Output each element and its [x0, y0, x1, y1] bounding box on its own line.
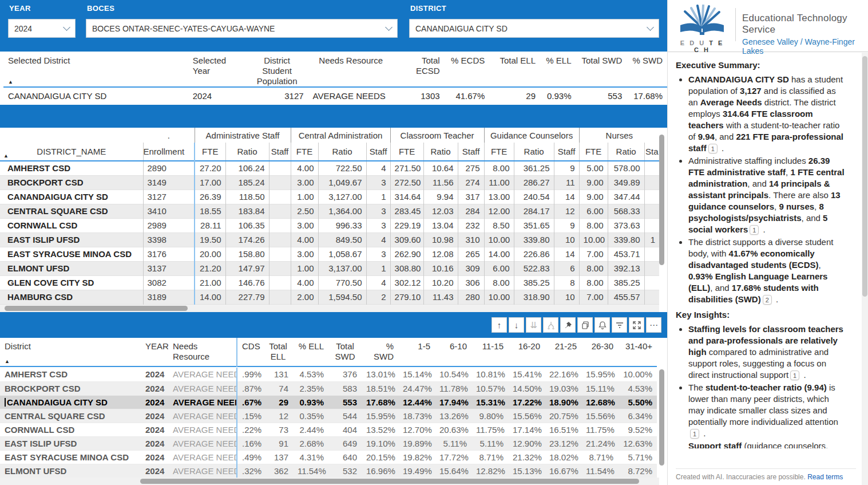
- staffing-cell[interactable]: 272.50: [390, 175, 423, 190]
- district-row[interactable]: CORNWALL CSD2024AVERAGE NEEDS.22%732.44%…: [0, 423, 657, 436]
- district-cell[interactable]: 15.14%: [398, 368, 435, 381]
- staffing-cell[interactable]: 361.25: [514, 161, 554, 175]
- staffing-cell[interactable]: [269, 275, 291, 290]
- district-cell[interactable]: 21.24%: [581, 436, 618, 450]
- staffing-column-header[interactable]: FTE: [484, 143, 514, 161]
- staffing-cell[interactable]: 9.00: [579, 175, 608, 190]
- staffing-column-header[interactable]: FTE: [291, 143, 318, 161]
- staffing-cell[interactable]: 5.00: [579, 161, 608, 175]
- boces-dropdown[interactable]: BOCES ONTAR-SENEC-YATES-CAYUGA-WAYNE: [86, 19, 398, 38]
- district-cell[interactable]: 20.75%: [545, 409, 581, 423]
- staffing-column-header[interactable]: Staff: [458, 143, 484, 161]
- staffing-cell[interactable]: 106.24: [225, 161, 269, 175]
- district-cell[interactable]: 24.47%: [398, 381, 435, 395]
- district-cell[interactable]: 16.51%: [545, 423, 581, 436]
- district-column-header[interactable]: Total SWD: [328, 338, 362, 366]
- district-cell[interactable]: 15.95%: [581, 368, 618, 381]
- staffing-cell[interactable]: 453.71: [608, 247, 644, 261]
- district-cell[interactable]: 16.67%: [545, 464, 581, 478]
- district-cell[interactable]: 5.11%: [471, 436, 508, 450]
- staffing-cell[interactable]: 6.00: [579, 204, 608, 218]
- district-cell[interactable]: 6.34%: [618, 409, 657, 423]
- district-column-header[interactable]: % ELL: [293, 338, 328, 366]
- staffing-cell[interactable]: 8.00: [484, 275, 514, 290]
- staffing-cell[interactable]: 1: [644, 232, 659, 247]
- staffing-cell[interactable]: 271.50: [390, 161, 423, 175]
- citation-chip[interactable]: 1: [690, 429, 699, 439]
- district-cell[interactable]: 19.82%: [398, 450, 435, 464]
- district-cell[interactable]: 29: [263, 395, 293, 409]
- staffing-cell[interactable]: 339.80: [608, 232, 644, 247]
- staffing-cell[interactable]: 10.16: [423, 261, 458, 275]
- summary-cell[interactable]: CANANDAIGUA CITY SD: [3, 87, 188, 104]
- district-cell[interactable]: 15.11%: [581, 381, 618, 395]
- staffing-cell[interactable]: 21.20: [195, 261, 225, 275]
- district-cell[interactable]: 73: [263, 423, 293, 436]
- staffing-cell[interactable]: 2989: [143, 218, 195, 232]
- district-cell[interactable]: .15%: [237, 409, 263, 423]
- citation-chip[interactable]: 1: [790, 370, 799, 380]
- staffing-cell[interactable]: 2890: [143, 161, 195, 175]
- district-cell[interactable]: EAST SYRACUSE MINOA CSD: [0, 450, 141, 464]
- staffing-cell[interactable]: 9: [554, 218, 579, 232]
- staffing-cell[interactable]: 13.04: [423, 218, 458, 232]
- district-cell[interactable]: 649: [328, 436, 362, 450]
- district-cell[interactable]: 12.68%: [581, 395, 618, 409]
- district-column-header[interactable]: 1-5: [398, 338, 435, 366]
- district-column-header[interactable]: 31-40+: [618, 338, 657, 366]
- staffing-cell[interactable]: 3176: [143, 247, 195, 261]
- summary-column-header[interactable]: Total ELL: [489, 52, 540, 87]
- staffing-cell[interactable]: 10: [554, 290, 579, 304]
- district-cell[interactable]: 12.90%: [508, 436, 545, 450]
- summary-column-header[interactable]: District Student Population: [246, 52, 308, 87]
- staffing-cell[interactable]: 4: [366, 232, 390, 247]
- staffing-row[interactable]: AMHERST CSD289027.20106.244.00722.504271…: [0, 161, 659, 175]
- staffing-cell[interactable]: 3.00: [291, 247, 318, 261]
- staffing-column-header[interactable]: Ratio: [423, 143, 458, 161]
- staffing-cell[interactable]: 10.00: [484, 232, 514, 247]
- staffing-cell[interactable]: 373.63: [608, 218, 644, 232]
- district-column-header[interactable]: Needs Resource: [168, 338, 237, 366]
- staffing-cell[interactable]: 14.00: [484, 247, 514, 261]
- district-cell[interactable]: 17.14%: [508, 423, 545, 436]
- district-cell[interactable]: 15.41%: [508, 368, 545, 381]
- district-cell[interactable]: AVERAGE NEEDS: [168, 450, 237, 464]
- district-cell[interactable]: 20.15%: [362, 450, 398, 464]
- district-cell[interactable]: 553: [328, 395, 362, 409]
- staffing-column-header[interactable]: Ratio: [608, 143, 644, 161]
- staffing-cell[interactable]: 146.76: [225, 275, 269, 290]
- district-cell[interactable]: 14.50%: [508, 381, 545, 395]
- district-cell[interactable]: 8.71%: [471, 450, 508, 464]
- staffing-cell[interactable]: [644, 190, 659, 204]
- district-cell[interactable]: 15.95%: [362, 409, 398, 423]
- staffing-cell[interactable]: 455.57: [608, 290, 644, 304]
- district-cell[interactable]: 0.93%: [293, 395, 328, 409]
- staffing-cell[interactable]: [269, 204, 291, 218]
- staffing-cell[interactable]: 265: [458, 247, 484, 261]
- district-cell[interactable]: 2.35%: [293, 381, 328, 395]
- staffing-cell[interactable]: 232: [458, 218, 484, 232]
- citation-chip[interactable]: 1: [750, 225, 759, 235]
- district-cell[interactable]: 11.75%: [471, 423, 508, 436]
- staffing-cell[interactable]: 3,127.00: [318, 190, 366, 204]
- summary-column-header[interactable]: Selected District▲: [3, 52, 188, 87]
- summary-cell[interactable]: 41.67%: [445, 87, 490, 104]
- district-cell[interactable]: 12.82%: [471, 464, 508, 478]
- sidebar-scrollbar-thumb[interactable]: [862, 56, 867, 297]
- district-row[interactable]: EAST ISLIP UFSD2024AVERAGE NEEDS.16%912.…: [0, 436, 657, 450]
- district-cell[interactable]: 2024: [141, 395, 168, 409]
- drill-down-icon[interactable]: ↓: [509, 317, 524, 333]
- district-column-header[interactable]: 6-10: [435, 338, 471, 366]
- staffing-row[interactable]: GLEN COVE CITY SD308221.00146.764.00770.…: [0, 275, 659, 290]
- staffing-column-header[interactable]: Staff: [269, 143, 291, 161]
- staffing-cell[interactable]: [269, 290, 291, 304]
- district-cell[interactable]: 9.52%: [618, 423, 657, 436]
- district-cell[interactable]: 15.13%: [508, 464, 545, 478]
- pin-icon[interactable]: [560, 317, 576, 333]
- summary-cell[interactable]: 3127: [246, 87, 308, 104]
- staffing-cell[interactable]: 13.00: [484, 190, 514, 204]
- summary-cell[interactable]: AVERAGE NEEDS: [308, 87, 394, 104]
- staffing-cell[interactable]: 275: [458, 161, 484, 175]
- district-cell[interactable]: 17.22%: [508, 395, 545, 409]
- staffing-cell[interactable]: 185.24: [225, 175, 269, 190]
